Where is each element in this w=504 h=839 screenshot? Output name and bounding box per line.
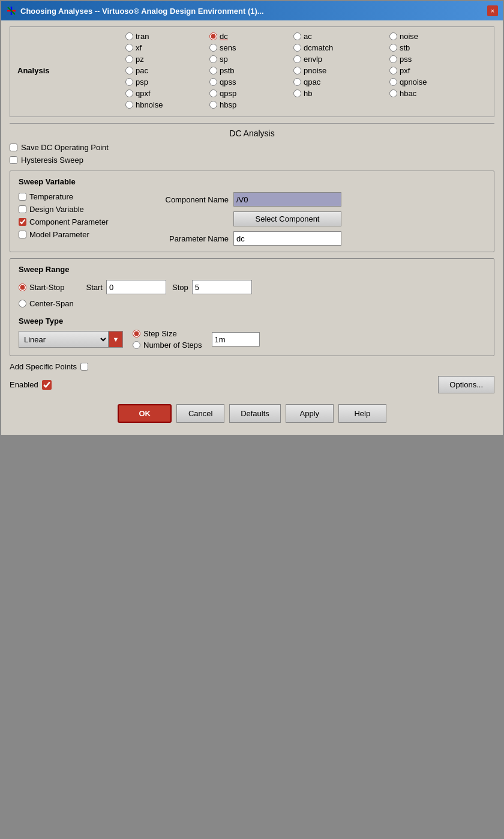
component-name-input[interactable] bbox=[233, 192, 341, 207]
sweep-type-section: Sweep Type Linear Logarithmic ▼ bbox=[19, 317, 485, 350]
radio-pac[interactable]: pac bbox=[125, 66, 209, 75]
center-span-radio[interactable] bbox=[19, 300, 26, 307]
radio-sp[interactable]: sp bbox=[209, 55, 293, 64]
add-specific-label: Add Specific Points bbox=[10, 362, 77, 371]
app-icon bbox=[6, 5, 17, 16]
dc-analysis-title: DC Analysis bbox=[10, 129, 494, 138]
radio-pstb[interactable]: pstb bbox=[209, 66, 293, 75]
radio-noise[interactable]: noise bbox=[389, 32, 485, 41]
number-of-steps-radio[interactable] bbox=[133, 341, 140, 349]
radio-pss[interactable]: pss bbox=[389, 55, 485, 64]
radio-dcmatch[interactable]: dcmatch bbox=[293, 43, 389, 52]
model-parameter-checkbox[interactable] bbox=[19, 231, 26, 238]
select-component-button[interactable]: Select Component bbox=[233, 211, 341, 226]
model-parameter-option[interactable]: Model Parameter bbox=[19, 230, 139, 239]
help-button[interactable]: Help bbox=[338, 404, 386, 423]
radio-hbnoise[interactable]: hbnoise bbox=[125, 100, 209, 109]
start-input[interactable] bbox=[106, 280, 166, 294]
radio-qpnoise[interactable]: qpnoise bbox=[389, 77, 485, 86]
radio-envlp[interactable]: envlp bbox=[293, 55, 389, 64]
stop-input[interactable] bbox=[192, 280, 252, 294]
close-button[interactable]: × bbox=[487, 5, 498, 16]
sweep-type-title: Sweep Type bbox=[19, 317, 485, 326]
radio-pxf[interactable]: pxf bbox=[389, 66, 485, 75]
design-variable-label: Design Variable bbox=[29, 205, 84, 214]
dropdown-arrow-icon[interactable]: ▼ bbox=[109, 331, 123, 348]
start-input-group: Start bbox=[86, 280, 166, 294]
radio-xf[interactable]: xf bbox=[125, 43, 209, 52]
step-size-radio[interactable] bbox=[133, 330, 140, 338]
temperature-option[interactable]: Temperature bbox=[19, 192, 139, 201]
design-variable-checkbox[interactable] bbox=[19, 205, 26, 213]
radio-hbsp[interactable]: hbsp bbox=[209, 100, 293, 109]
component-name-row: Component Name bbox=[151, 192, 485, 207]
sweep-type-row: Linear Logarithmic ▼ Step Size bbox=[19, 329, 485, 350]
start-label: Start bbox=[86, 283, 103, 292]
range-inputs: Start Stop bbox=[86, 280, 252, 294]
sweep-range-content: Start-Stop Start Stop bbox=[19, 280, 485, 350]
radio-qpac[interactable]: qpac bbox=[293, 77, 389, 86]
parameter-name-row: Parameter Name bbox=[151, 231, 485, 246]
radio-pnoise[interactable]: pnoise bbox=[293, 66, 389, 75]
add-specific-row: Add Specific Points bbox=[10, 362, 494, 371]
radio-pz[interactable]: pz bbox=[125, 55, 209, 64]
step-size-option[interactable]: Step Size bbox=[133, 329, 202, 338]
design-variable-option[interactable]: Design Variable bbox=[19, 205, 139, 214]
radio-dc[interactable]: dc bbox=[209, 32, 293, 41]
add-specific-checkbox[interactable] bbox=[80, 363, 88, 371]
content-area: Analysis tran dc ac bbox=[1, 20, 503, 435]
temperature-checkbox[interactable] bbox=[19, 193, 26, 201]
step-size-label: Step Size bbox=[143, 329, 177, 338]
save-dc-row: Save DC Operating Point bbox=[10, 143, 494, 152]
radio-stb[interactable]: stb bbox=[389, 43, 485, 52]
sweep-range-title: Sweep Range bbox=[19, 265, 485, 274]
options-button[interactable]: Options... bbox=[438, 376, 494, 393]
component-parameter-option[interactable]: Component Parameter bbox=[19, 217, 139, 226]
sweep-variable-title: Sweep Variable bbox=[19, 177, 485, 186]
save-dc-checkbox[interactable] bbox=[10, 144, 17, 151]
radio-tran[interactable]: tran bbox=[125, 32, 209, 41]
analysis-label: Analysis bbox=[17, 66, 71, 75]
parameter-name-input[interactable] bbox=[233, 231, 341, 246]
hysteresis-label: Hysteresis Sweep bbox=[21, 156, 83, 165]
step-value-input[interactable] bbox=[212, 332, 260, 347]
temperature-label: Temperature bbox=[29, 192, 73, 201]
radio-qpxf[interactable]: qpxf bbox=[125, 89, 209, 98]
ok-button[interactable]: OK bbox=[118, 404, 172, 423]
select-component-row: Select Component bbox=[151, 211, 485, 226]
radio-hbac[interactable]: hbac bbox=[389, 89, 485, 98]
apply-button[interactable]: Apply bbox=[286, 404, 334, 423]
stop-label: Stop bbox=[172, 283, 188, 292]
component-parameter-checkbox[interactable] bbox=[19, 218, 26, 226]
analysis-section: Analysis tran dc ac bbox=[10, 26, 494, 117]
sweep-variable-right: Component Name Select Component Paramete… bbox=[151, 192, 485, 246]
enabled-checkbox[interactable] bbox=[42, 380, 52, 390]
radio-hb[interactable]: hb bbox=[293, 89, 389, 98]
radio-ac[interactable]: ac bbox=[293, 32, 389, 41]
defaults-button[interactable]: Defaults bbox=[229, 404, 281, 423]
save-dc-label: Save DC Operating Point bbox=[21, 143, 109, 152]
radio-qpsp[interactable]: qpsp bbox=[209, 89, 293, 98]
radio-sens[interactable]: sens bbox=[209, 43, 293, 52]
sweep-variable-panel: Sweep Variable Temperature Design Variab… bbox=[10, 171, 494, 252]
start-stop-option[interactable]: Start-Stop bbox=[19, 283, 65, 292]
parameter-name-label: Parameter Name bbox=[151, 234, 229, 243]
bottom-row: Enabled Options... bbox=[10, 376, 494, 393]
hysteresis-checkbox[interactable] bbox=[10, 156, 17, 164]
sweep-type-dropdown: Linear Logarithmic ▼ bbox=[19, 331, 123, 348]
step-options: Step Size Number of Steps bbox=[133, 329, 202, 350]
model-parameter-label: Model Parameter bbox=[29, 230, 89, 239]
cancel-button[interactable]: Cancel bbox=[176, 404, 224, 423]
center-span-option[interactable]: Center-Span bbox=[19, 299, 74, 308]
start-stop-radio[interactable] bbox=[19, 283, 26, 291]
analysis-grid: tran dc ac noise bbox=[125, 32, 485, 109]
radio-psp[interactable]: psp bbox=[125, 77, 209, 86]
sweep-variable-left: Temperature Design Variable Component Pa… bbox=[19, 192, 139, 246]
number-of-steps-label: Number of Steps bbox=[143, 341, 202, 350]
number-of-steps-option[interactable]: Number of Steps bbox=[133, 341, 202, 350]
sweep-variable-content: Temperature Design Variable Component Pa… bbox=[19, 192, 485, 246]
radio-qpss[interactable]: qpss bbox=[209, 77, 293, 86]
divider-1 bbox=[10, 123, 494, 124]
sweep-type-select[interactable]: Linear Logarithmic bbox=[19, 331, 109, 348]
title-bar-left: Choosing Analyses -- Virtuoso® Analog De… bbox=[6, 5, 264, 16]
